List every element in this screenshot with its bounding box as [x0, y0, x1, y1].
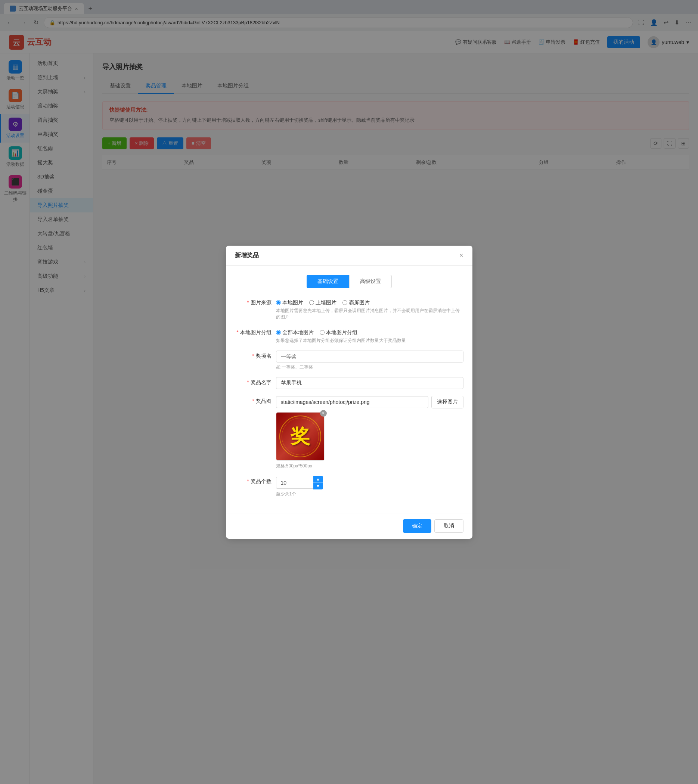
cancel-button[interactable]: 取消	[434, 519, 464, 533]
prize-image-label: 奖品图	[235, 396, 276, 405]
form-row-local-group: 本地图片分组 全部本地图片 本地图片分组 如果您选择了本地图片分组必须保证分组内	[235, 327, 464, 344]
prize-name-label: 奖品名字	[235, 377, 276, 386]
form-row-image-source: 图片来源 本地图片 上墙图片 霸屏图片	[235, 297, 464, 320]
local-group-control: 全部本地图片 本地图片分组 如果您选择了本地图片分组必须保证分组内图片数量大于奖…	[276, 327, 464, 344]
image-size-hint: 规格:500px*500px	[276, 463, 464, 469]
form-row-prize-image: 奖品图 选择图片	[235, 396, 464, 469]
modal-footer: 确定 取消	[226, 513, 472, 539]
confirm-button[interactable]: 确定	[403, 519, 431, 533]
image-source-radio-group: 本地图片 上墙图片 霸屏图片	[276, 297, 464, 306]
prize-preview-wrap: 奖 ×	[276, 412, 325, 461]
modal-tabs: 基础设置 高级设置	[235, 275, 464, 288]
prize-count-hint: 至少为1个	[276, 491, 464, 497]
local-group-hint: 如果您选择了本地图片分组必须保证分组内图片数量大于奖品数量	[276, 338, 464, 344]
number-stepper: ▲ ▼	[314, 476, 323, 489]
modal-close-button[interactable]: ×	[459, 252, 464, 259]
prize-ring-inner	[282, 418, 319, 455]
image-upload-row: 选择图片	[276, 396, 464, 408]
radio-fullscreen-image-input[interactable]	[342, 300, 347, 305]
prize-count-control: ▲ ▼ 至少为1个	[276, 476, 464, 497]
radio-local-image-input[interactable]	[276, 300, 281, 305]
prize-count-label: 奖品个数	[235, 476, 276, 485]
number-input-wrap: ▲ ▼	[276, 476, 464, 489]
prize-name-input[interactable]	[276, 377, 464, 389]
modal-tab-basic[interactable]: 基础设置	[307, 275, 349, 288]
prize-count-input[interactable]	[276, 477, 314, 489]
image-source-control: 本地图片 上墙图片 霸屏图片 本地图片需要您先本地上传，霸屏只会调用图片消息图片…	[276, 297, 464, 320]
prize-level-control: 如:一等奖、二等奖	[276, 351, 464, 371]
local-group-radio-group: 全部本地图片 本地图片分组	[276, 327, 464, 336]
radio-wall-image[interactable]: 上墙图片	[309, 300, 337, 306]
prize-img-inner: 奖	[276, 413, 324, 460]
modal-tab-advanced[interactable]: 高级设置	[349, 275, 392, 288]
radio-all-local[interactable]: 全部本地图片	[276, 329, 314, 336]
prize-image-control: 选择图片 奖	[276, 396, 464, 469]
form-row-prize-count: 奖品个数 ▲ ▼ 至少为1个	[235, 476, 464, 497]
radio-all-local-input[interactable]	[276, 330, 281, 335]
stepper-up-button[interactable]: ▲	[314, 476, 323, 483]
form-row-prize-level: 奖项名 如:一等奖、二等奖	[235, 351, 464, 371]
radio-local-group-input[interactable]	[320, 330, 325, 335]
modal-title: 新增奖品	[235, 252, 259, 259]
prize-preview: 奖	[276, 412, 325, 461]
image-source-hint: 本地图片需要您先本地上传，霸屏只会调用图片消息图片，并不会调用用户在霸屏消息中上…	[276, 308, 464, 320]
radio-fullscreen-image[interactable]: 霸屏图片	[342, 300, 370, 306]
modal-body: 基础设置 高级设置 图片来源 本地图片 上墙图片	[226, 266, 472, 513]
radio-local-group[interactable]: 本地图片分组	[320, 329, 357, 336]
image-source-label: 图片来源	[235, 297, 276, 306]
prize-img-content: 奖	[276, 413, 324, 460]
select-image-button[interactable]: 选择图片	[431, 396, 464, 408]
prize-level-input[interactable]	[276, 351, 464, 362]
prize-level-label: 奖项名	[235, 351, 276, 359]
radio-local-image[interactable]: 本地图片	[276, 300, 303, 306]
prize-image-path-input[interactable]	[276, 396, 428, 408]
modal-header: 新增奖品 ×	[226, 245, 472, 266]
prize-name-control	[276, 377, 464, 389]
radio-wall-image-input[interactable]	[309, 300, 314, 305]
preview-close-button[interactable]: ×	[320, 410, 327, 417]
form-row-prize-name: 奖品名字	[235, 377, 464, 389]
modal-overlay[interactable]: 新增奖品 × 基础设置 高级设置 图片来源 本地图片	[0, 0, 698, 784]
prize-level-hint: 如:一等奖、二等奖	[276, 364, 464, 371]
stepper-down-button[interactable]: ▼	[314, 483, 323, 489]
modal-dialog: 新增奖品 × 基础设置 高级设置 图片来源 本地图片	[226, 245, 472, 539]
local-group-label: 本地图片分组	[235, 327, 276, 336]
